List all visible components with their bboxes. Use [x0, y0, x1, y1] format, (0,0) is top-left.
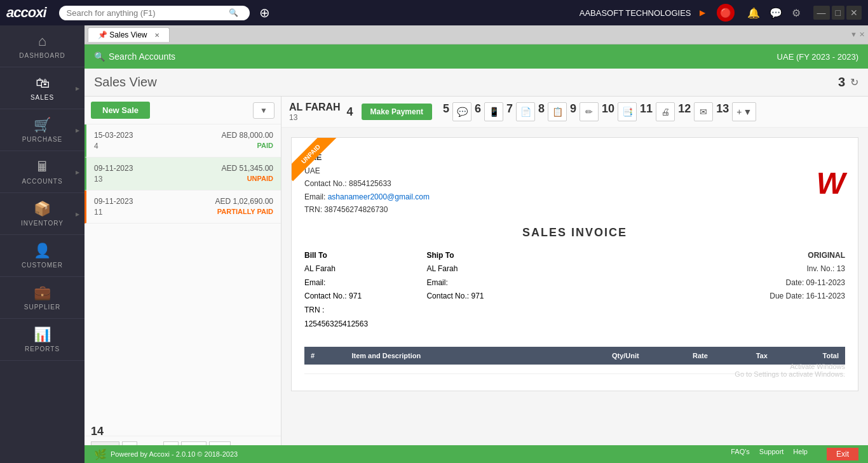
maximize-icon[interactable]: □ — [832, 6, 844, 20]
faq-link[interactable]: FAQ's — [731, 448, 750, 460]
customer-info: AL FARAH 13 — [289, 102, 341, 122]
invoice-amount: AED 1,02,690.00 — [215, 197, 273, 206]
print-button[interactable]: 🖨 — [656, 102, 675, 121]
bill-to-name: AL Farah — [304, 262, 376, 276]
bill-to-contact: Contact No.: 971 — [304, 290, 376, 304]
purchase-icon: 🛒 — [34, 117, 51, 133]
search-accounts-label: Search Accounts — [109, 51, 175, 62]
fiscal-year-label: UAE (FY 2023 - 2023) — [777, 52, 858, 62]
company-trn: TRN: 387456274826730 — [304, 203, 430, 216]
sales-arrow-icon: ▶ — [76, 85, 79, 91]
tab-bar-collapse[interactable]: ▼ ✕ — [850, 30, 865, 39]
num12-label: 12 — [678, 102, 691, 121]
tab-sales-view[interactable]: 📌 Sales View ✕ — [88, 27, 170, 42]
left-panel: 1 New Sale 2 ▼ 15-03-2023 AED 88,000.00 — [85, 97, 281, 463]
sidebar-item-dashboard[interactable]: ⌂ DASHBOARD — [0, 25, 85, 67]
whatsapp-button[interactable]: 📱 — [484, 102, 503, 121]
invoice-date: Date: 09-11-2023 — [770, 276, 845, 290]
sidebar-item-sales[interactable]: 🛍 SALES ▶ — [0, 67, 85, 109]
refresh-icon[interactable]: ↻ — [850, 76, 858, 88]
minimize-icon[interactable]: — — [813, 6, 830, 20]
topbar: accoxi 🔍 ⊕ AABASOFT TECHNOLOGIES ▶ 🔴 🔔 💬… — [0, 0, 868, 25]
pdf-button[interactable]: 📑 — [618, 102, 637, 121]
customer-name: AL FARAH — [289, 102, 341, 113]
invoice-item[interactable]: 09-11-2023 AED 51,345.00 13 UNPAID — [85, 158, 281, 191]
accounts-icon: 🖩 — [36, 159, 50, 175]
make-payment-button[interactable]: Make Payment — [362, 104, 432, 120]
search-input[interactable] — [67, 8, 226, 18]
tab-close-icon[interactable]: ✕ — [154, 32, 159, 39]
table-header-hash: # — [304, 347, 345, 365]
add-button[interactable]: ⊕ — [259, 5, 270, 20]
invoice-number: Inv. No.: 13 — [770, 262, 845, 276]
bill-to-label: Bill To — [304, 249, 376, 263]
invoice-item[interactable]: 15-03-2023 AED 88,000.00 4 PAID — [85, 124, 281, 158]
sidebar: ⌂ DASHBOARD 🛍 SALES ▶ 🛒 PURCHASE ▶ 🖩 ACC… — [0, 25, 85, 463]
more-actions-button[interactable]: + ▼ — [732, 102, 756, 121]
num11-label: 11 — [640, 102, 653, 121]
gear-icon[interactable]: ⚙ — [792, 7, 801, 19]
inventory-icon: 📦 — [34, 201, 51, 217]
clipboard-button[interactable]: 📋 — [548, 102, 567, 121]
main-content: 📌 Sales View ✕ ▼ ✕ 🔍 Search Accounts UAE… — [85, 25, 868, 463]
invoice-content-area: UNPAID UAE UAE Contact No.: 8854125633 E… — [281, 128, 868, 463]
search-accounts-btn[interactable]: 🔍 Search Accounts — [94, 51, 175, 62]
unpaid-ribbon-text: UNPAID — [292, 138, 338, 181]
search-icon[interactable]: 🔍 — [229, 8, 238, 17]
sidebar-item-customer[interactable]: 👤 CUSTOMER — [0, 235, 85, 277]
table-cell — [345, 365, 547, 374]
sidebar-item-purchase[interactable]: 🛒 PURCHASE ▶ — [0, 109, 85, 151]
invoice-date: 15-03-2023 — [94, 131, 133, 140]
tab-pin-icon: 📌 — [98, 30, 109, 39]
ship-to-name: AL Farah — [426, 262, 498, 276]
activation-watermark: Activate WindowsGo to Settings to activa… — [735, 363, 845, 378]
sales-view-header: Sales View 3 ↻ — [85, 69, 868, 97]
close-icon[interactable]: ✕ — [846, 6, 862, 20]
support-link[interactable]: Support — [759, 448, 784, 460]
invoice-id: 4 — [94, 142, 98, 151]
chat-icon[interactable]: 💬 — [770, 7, 782, 19]
comment-button[interactable]: 💬 — [452, 102, 471, 121]
invoice-item[interactable]: 09-11-2023 AED 1,02,690.00 11 PARTIALLY … — [85, 191, 281, 224]
invoice-date: 09-11-2023 — [94, 164, 133, 173]
num14-label: 14 — [91, 425, 104, 438]
num7-label: 7 — [506, 102, 513, 121]
footer-logo: 🌿 Powered by Accoxi - 2.0.10 © 2018-2023 — [94, 448, 238, 460]
doc-button[interactable]: 📄 — [516, 102, 535, 121]
accounts-arrow-icon: ▶ — [76, 169, 79, 175]
chevron-down-icon: ▼ — [743, 107, 752, 117]
step3-number: 3 — [838, 75, 845, 90]
footer-powered-by: Powered by Accoxi - 2.0.10 © 2018-2023 — [111, 450, 238, 458]
ship-to-label: Ship To — [426, 249, 498, 263]
table-cell — [547, 365, 646, 374]
num5-label: 5 — [443, 102, 449, 121]
table-cell — [304, 365, 345, 374]
company-arrow-icon: ▶ — [700, 8, 705, 17]
search-accounts-icon: 🔍 — [94, 51, 105, 62]
bell-icon[interactable]: 🔔 — [747, 7, 760, 19]
purchase-arrow-icon: ▶ — [76, 127, 79, 133]
sidebar-label-reports: REPORTS — [25, 346, 60, 352]
filter-button[interactable]: ▼ — [253, 102, 275, 119]
exit-button[interactable]: Exit — [827, 448, 858, 460]
invoice-status: PAID — [257, 142, 273, 151]
edit-icon: ✏ — [585, 107, 593, 117]
help-link[interactable]: Help — [793, 448, 808, 460]
search-bar[interactable]: 🔍 — [59, 6, 250, 20]
clipboard-icon: 📋 — [552, 107, 563, 117]
inventory-arrow-icon: ▶ — [76, 211, 79, 217]
sidebar-item-accounts[interactable]: 🖩 ACCOUNTS ▶ — [0, 151, 85, 193]
sidebar-item-inventory[interactable]: 📦 INVENTORY ▶ — [0, 193, 85, 235]
edit-button[interactable]: ✏ — [580, 102, 599, 121]
new-sale-button[interactable]: New Sale — [91, 102, 150, 119]
sidebar-item-reports[interactable]: 📊 REPORTS — [0, 319, 85, 361]
num1-label: 1 — [91, 97, 97, 98]
email-button[interactable]: ✉ — [694, 102, 713, 121]
sidebar-item-supplier[interactable]: 💼 SUPPLIER — [0, 277, 85, 319]
footer-bar: 🌿 Powered by Accoxi - 2.0.10 © 2018-2023… — [85, 445, 868, 463]
invoice-actions-bar: 5 💬 6 📱 7 📄 8 📋 9 ✏ 10 📑 11 🖨 — [442, 102, 756, 121]
num2-label: 2 — [249, 97, 255, 98]
print-icon: 🖨 — [661, 107, 670, 117]
company-email: Email: ashanameer2000@gmail.com — [304, 191, 430, 203]
topbar-icons: 🔔 💬 ⚙ — [747, 7, 801, 19]
